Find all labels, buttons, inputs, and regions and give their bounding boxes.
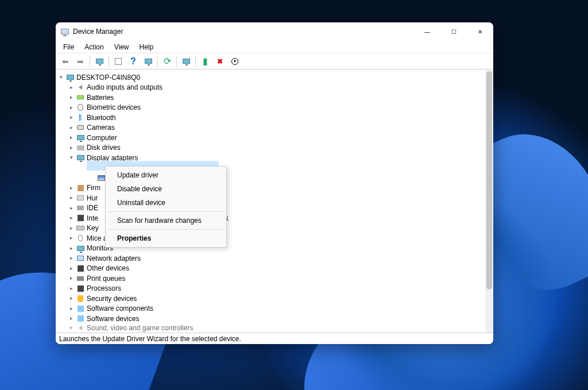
menu-view[interactable]: View — [109, 42, 134, 52]
tree-item-label: Security devices — [87, 295, 137, 302]
uninstall-icon[interactable]: ✖ — [213, 55, 227, 68]
tree-row[interactable]: ▸Sound, video and game controllers — [57, 324, 485, 332]
action-icon[interactable] — [141, 55, 155, 68]
chevron-icon[interactable]: ▸ — [67, 85, 75, 90]
sound-icon — [75, 324, 86, 332]
update-driver-icon[interactable]: ⟳ — [160, 55, 174, 68]
tree-item-label: Network adapters — [87, 255, 141, 262]
tree-row[interactable]: ▸Software components — [57, 304, 485, 314]
menu-action[interactable]: Action — [79, 42, 109, 52]
statusbar: Launches the Update Driver Wizard for th… — [56, 333, 493, 344]
context-uninstall-device[interactable]: Uninstall device — [107, 196, 225, 210]
chevron-icon[interactable]: ▸ — [67, 206, 75, 211]
keyboard-icon — [75, 223, 86, 233]
other-icon — [75, 264, 86, 273]
context-update-driver[interactable]: Update driver — [107, 168, 225, 182]
chevron-icon[interactable]: ▸ — [67, 215, 75, 221]
tree-row[interactable]: ▸Print queues — [57, 273, 485, 284]
chevron-icon[interactable]: ▸ — [67, 186, 75, 191]
chevron-icon[interactable]: ▸ — [67, 195, 75, 200]
chevron-icon[interactable]: ▾ — [57, 75, 65, 80]
tree-item-label: Disk drives — [87, 144, 121, 151]
chevron-icon[interactable]: ▸ — [67, 125, 75, 130]
maximize-button[interactable]: ☐ — [440, 22, 467, 41]
properties-icon[interactable] — [111, 55, 125, 68]
tree-item-label: Computer — [87, 134, 117, 141]
chevron-icon[interactable]: ▾ — [67, 155, 75, 160]
menu-file[interactable]: File — [58, 42, 79, 52]
chevron-icon[interactable]: ▸ — [67, 235, 75, 241]
toolbar: ⬅ ➡ ? ⟳ ▮ ✖ ▾ — [56, 53, 493, 69]
biometric-icon — [75, 103, 86, 112]
ide-icon — [75, 203, 86, 213]
chevron-icon[interactable]: ▸ — [67, 286, 75, 291]
chip-icon — [75, 214, 86, 223]
chevron-icon[interactable]: ▸ — [67, 325, 75, 330]
vertical-scrollbar[interactable] — [485, 70, 493, 333]
window-title: Device Manager — [73, 28, 123, 36]
context-scan-for-hardware-changes[interactable]: Scan for hardware changes — [107, 214, 225, 227]
tree-row[interactable]: ▸Other devices — [57, 264, 485, 274]
tree-row[interactable]: ▸Cameras — [57, 123, 485, 133]
tree-item-label: DESKTOP-C4IN8Q0 — [76, 74, 140, 81]
tree-item-label: IDE — [87, 204, 98, 211]
chevron-icon[interactable]: ▸ — [67, 95, 75, 100]
tree-row[interactable]: ▸Disk drives — [57, 143, 485, 153]
tree-row[interactable]: ▸Batteries — [57, 92, 485, 103]
monitor-icon[interactable] — [179, 55, 193, 68]
chevron-icon[interactable]: ▸ — [67, 135, 75, 140]
context-separator — [107, 229, 225, 230]
tree-item-label: Software devices — [87, 315, 139, 322]
chevron-icon[interactable]: ▸ — [67, 266, 75, 271]
printer-icon — [75, 274, 86, 283]
display-icon — [75, 153, 86, 163]
forward-arrow-icon[interactable]: ➡ — [74, 55, 87, 68]
chevron-icon[interactable]: ▸ — [67, 105, 75, 110]
menu-help[interactable]: Help — [134, 42, 159, 52]
help-icon[interactable]: ? — [126, 55, 140, 68]
security-icon — [75, 294, 86, 303]
chevron-icon[interactable]: ▸ — [67, 115, 75, 120]
chevron-icon[interactable]: ▸ — [67, 145, 75, 150]
close-button[interactable]: ✕ — [467, 22, 493, 41]
processor-icon — [75, 284, 86, 293]
tree-item-label: Firm — [87, 184, 100, 191]
tree-row[interactable]: ▸ᛒBluetooth — [57, 113, 485, 123]
tree-row[interactable]: ▸Processors — [57, 284, 485, 294]
context-menu: Update driverDisable deviceUninstall dev… — [105, 166, 227, 248]
tree-row[interactable]: ▸Computer — [57, 133, 485, 143]
minimize-button[interactable]: — — [414, 22, 440, 41]
mouse-icon — [75, 234, 86, 243]
context-disable-device[interactable]: Disable device — [107, 182, 225, 196]
speaker-icon — [75, 83, 86, 92]
computer-icon — [75, 133, 86, 142]
chevron-icon[interactable]: ▸ — [67, 246, 75, 251]
back-arrow-icon[interactable]: ⬅ — [59, 55, 72, 68]
tree-item-label: Key — [87, 225, 99, 231]
chevron-icon[interactable]: ▸ — [67, 306, 75, 311]
chevron-icon[interactable]: ▸ — [67, 296, 75, 301]
tree-row[interactable]: ▸Biometric devices — [57, 103, 485, 113]
tree-row[interactable]: ▸Software devices — [57, 314, 485, 324]
tree-row[interactable]: ▸Audio inputs and outputs — [57, 83, 485, 93]
show-hide-tree-icon[interactable] — [92, 55, 106, 68]
enable-device-icon[interactable]: ▮ — [198, 55, 212, 68]
chevron-icon[interactable]: ▸ — [67, 276, 75, 281]
tree-item-label: Biometric devices — [87, 104, 141, 111]
chevron-icon[interactable]: ▸ — [67, 316, 75, 321]
scan-hardware-icon[interactable]: ▾ — [228, 55, 242, 68]
context-separator — [107, 211, 225, 212]
camera-icon — [75, 123, 86, 132]
software-icon — [75, 304, 86, 313]
context-properties[interactable]: Properties — [107, 231, 225, 245]
tree-item-label: Audio inputs and outputs — [87, 84, 163, 91]
tree-item-label: Batteries — [87, 94, 114, 101]
network-icon — [75, 254, 86, 263]
tree-item-label: Cameras — [87, 124, 115, 131]
tree-row[interactable]: ▾DESKTOP-C4IN8Q0 — [57, 72, 485, 83]
chevron-icon[interactable]: ▸ — [67, 256, 75, 261]
tree-row[interactable]: ▸Network adapters — [57, 253, 485, 264]
chevron-icon[interactable]: ▸ — [67, 226, 75, 231]
tree-row[interactable]: ▸Security devices — [57, 294, 485, 304]
titlebar[interactable]: Device Manager — ☐ ✕ — [56, 22, 493, 41]
